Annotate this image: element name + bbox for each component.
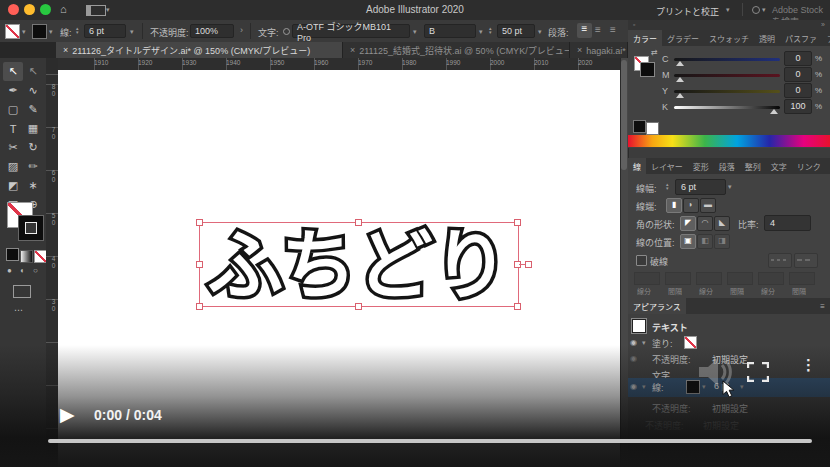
- font-size-chevron-icon[interactable]: ▾: [538, 28, 542, 36]
- join-bevel-button[interactable]: ◣: [714, 216, 730, 231]
- shaper-tool[interactable]: ∗: [23, 176, 43, 195]
- curvature-tool[interactable]: ∿: [23, 81, 43, 100]
- gap-field[interactable]: [789, 272, 815, 285]
- search-icon[interactable]: [752, 6, 760, 14]
- toolbar-stroke-swatch[interactable]: [19, 216, 43, 240]
- cap-butt-button[interactable]: ▮: [666, 198, 682, 213]
- align-stroke-inside-button[interactable]: ◧: [697, 234, 713, 249]
- opacity-more-icon[interactable]: ›: [240, 25, 243, 35]
- align-stroke-center-button[interactable]: ▣: [680, 234, 696, 249]
- paintbrush-tool[interactable]: ✎: [23, 100, 43, 119]
- selection-handle[interactable]: [514, 219, 521, 226]
- magenta-value-field[interactable]: 0: [784, 67, 812, 82]
- draw-normal-button[interactable]: ●: [7, 266, 12, 275]
- selection-handle[interactable]: [514, 303, 521, 310]
- workspace-chevron-icon[interactable]: ▾: [726, 6, 730, 14]
- rectangle-tool[interactable]: ▢: [3, 100, 23, 119]
- gap-field[interactable]: [665, 272, 691, 285]
- close-tab-icon[interactable]: ×: [63, 45, 68, 55]
- close-tab-icon[interactable]: ×: [350, 45, 355, 55]
- font-size-stepper[interactable]: ▴▾: [489, 26, 492, 34]
- dash-align-button-1[interactable]: [768, 253, 792, 268]
- selection-handle[interactable]: [355, 219, 362, 226]
- stroke-width-field[interactable]: 6 pt: [675, 179, 726, 195]
- pencil-tool[interactable]: ✏: [23, 157, 43, 176]
- stroke-width-chevron-icon[interactable]: ▾: [728, 183, 732, 191]
- selection-bounding-box[interactable]: [199, 222, 519, 307]
- free-transform-tool[interactable]: ▦: [23, 119, 43, 138]
- toolbar-more-icon[interactable]: ⋯: [14, 305, 23, 315]
- gradient-mode-button[interactable]: [20, 250, 33, 263]
- white-quick-swatch[interactable]: [646, 122, 659, 135]
- workspace-switcher[interactable]: プリントと校正: [656, 5, 719, 18]
- gap-field[interactable]: [727, 272, 753, 285]
- align-right-button[interactable]: ≡: [610, 24, 616, 35]
- color-spectrum-bar[interactable]: [628, 135, 830, 147]
- draw-behind-button[interactable]: ◐: [20, 266, 25, 275]
- stroke-chevron-icon[interactable]: ▾: [49, 28, 53, 36]
- tab-transform[interactable]: 変形: [688, 158, 714, 174]
- collapse-dock-icon[interactable]: »: [821, 21, 825, 28]
- black-slider[interactable]: [674, 106, 780, 109]
- selection-handle[interactable]: [196, 261, 203, 268]
- join-round-button[interactable]: ◠: [697, 216, 713, 231]
- dashed-line-checkbox[interactable]: [636, 255, 647, 266]
- align-left-button[interactable]: ≡: [577, 23, 592, 38]
- stroke-weight-chevron-icon[interactable]: ▾: [740, 383, 744, 391]
- fullscreen-icon[interactable]: [747, 362, 769, 382]
- dash-field[interactable]: [634, 272, 660, 285]
- type-tool[interactable]: T: [3, 119, 23, 138]
- player-menu-dots-icon[interactable]: ⋮: [801, 356, 816, 374]
- font-style-chevron-icon[interactable]: ▾: [479, 28, 483, 36]
- rotate-tool[interactable]: ↻: [23, 138, 43, 157]
- panel-stroke-swatch[interactable]: [641, 63, 654, 76]
- cyan-value-field[interactable]: 0: [784, 51, 812, 66]
- fill-none-swatch[interactable]: [5, 24, 20, 39]
- image-trace-tool[interactable]: ▨: [3, 157, 23, 176]
- stroke-color-swatch[interactable]: [32, 24, 47, 39]
- font-family-field[interactable]: A-OTF ゴシックMB101 Pro: [292, 24, 410, 38]
- scissors-tool[interactable]: ✂: [3, 138, 23, 157]
- doc-tab-3[interactable]: × hagaki.ai* @ 50% (CMYK/プレビュー): [570, 42, 628, 58]
- tab-links[interactable]: リンク: [792, 158, 826, 174]
- dash-field[interactable]: [758, 272, 784, 285]
- player-progress-bar[interactable]: [48, 439, 812, 443]
- cap-projecting-button[interactable]: ▬: [700, 198, 716, 213]
- search-chevron-icon[interactable]: ▾: [762, 6, 766, 14]
- tab-paragraph[interactable]: 段落: [714, 158, 740, 174]
- visibility-eye-icon[interactable]: ◉: [630, 354, 637, 363]
- tab-layers[interactable]: レイヤー: [646, 158, 688, 174]
- tab-gradient[interactable]: グラデー: [662, 30, 704, 46]
- dock-panel-icon[interactable]: ▫: [633, 21, 635, 28]
- tab-appearance[interactable]: アピアランス: [628, 298, 686, 314]
- swap-fill-stroke-icon[interactable]: ⇄: [651, 48, 658, 57]
- doc-tab-1[interactable]: × 211126_タイトルデザイン.ai* @ 150% (CMYK/プレビュー…: [56, 42, 343, 58]
- expand-stroke-chevron-icon[interactable]: ▾: [642, 383, 646, 391]
- yellow-value-field[interactable]: 0: [784, 83, 812, 98]
- stroke-weight-field[interactable]: 6 pt: [84, 24, 126, 38]
- tab-pathfinder[interactable]: パスファ: [780, 30, 822, 46]
- tab-artboards[interactable]: アートボ: [822, 30, 830, 46]
- black-value-field[interactable]: 100: [784, 99, 812, 114]
- selection-side-handle[interactable]: [525, 261, 532, 268]
- stroke-panel-menu-icon[interactable]: ≡: [826, 158, 830, 174]
- join-miter-button[interactable]: ◤: [680, 216, 696, 231]
- cyan-slider[interactable]: [674, 58, 780, 61]
- color-mode-button[interactable]: [6, 248, 19, 261]
- doc-tab-2[interactable]: × 211125_結婚式_招待状.ai @ 50% (CMYK/プレビュー): [343, 42, 570, 58]
- close-tab-icon[interactable]: ×: [577, 45, 582, 55]
- play-button[interactable]: ▶: [60, 403, 75, 426]
- yellow-slider[interactable]: [674, 90, 780, 93]
- tab-transparency[interactable]: 透明: [754, 30, 780, 46]
- appearance-panel-menu-icon[interactable]: ≡: [815, 298, 830, 314]
- black-quick-swatch[interactable]: [633, 120, 646, 133]
- selection-handle[interactable]: [196, 219, 203, 226]
- font-search-icon[interactable]: [283, 28, 290, 35]
- font-size-field[interactable]: 50 pt: [497, 24, 535, 38]
- visibility-eye-icon[interactable]: ◉: [630, 382, 637, 391]
- dash-field[interactable]: [696, 272, 722, 285]
- tab-stroke[interactable]: 線: [628, 158, 646, 174]
- tab-swatches[interactable]: スウォッチ: [704, 30, 754, 46]
- selection-handle[interactable]: [196, 303, 203, 310]
- magenta-slider[interactable]: [674, 74, 780, 77]
